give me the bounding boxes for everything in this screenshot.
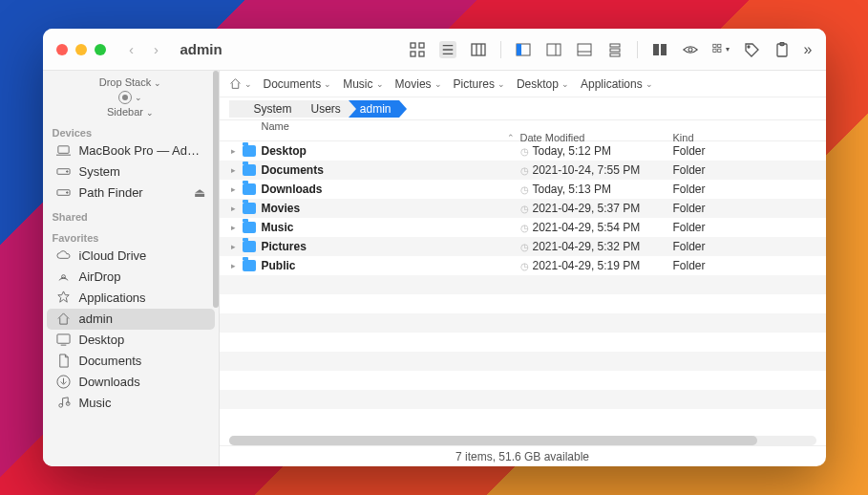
panel-bottom-icon[interactable] [576,41,593,58]
pathbar-pictures[interactable]: Pictures ⌄ [454,77,505,91]
row-date: ◷2021-04-29, 5:54 PM [520,221,673,234]
forward-button[interactable]: › [148,41,165,57]
svg-rect-29 [58,146,69,154]
view-columns-icon[interactable] [470,41,487,58]
window-title: admin [180,41,222,57]
toolbar-overflow-button[interactable]: » [804,41,813,58]
disclosure-icon[interactable]: ▸ [229,242,239,251]
panel-left-icon[interactable] [515,41,532,58]
pathbar-movies[interactable]: Movies ⌄ [395,77,442,91]
sidebar-item-label: iCloud Drive [79,248,147,263]
svg-rect-11 [517,44,521,55]
sidebar-item-pathfinder[interactable]: Path Finder ⏏ [47,183,215,204]
svg-rect-3 [419,52,424,56]
dual-pane-icon[interactable] [651,41,668,58]
sidebar-item-label: AirDrop [79,269,121,284]
row-name: Pictures [243,240,520,253]
column-headers: Name ⌃ Date Modified Kind [220,120,826,141]
record-button[interactable]: ⌄ [43,90,219,104]
pathbar-documents[interactable]: Documents ⌄ [264,77,332,91]
table-row[interactable]: ▸Public◷2021-04-29, 5:19 PMFolder [220,256,826,275]
row-date: ◷Today, 5:13 PM [520,183,673,196]
sidebar-item-label: Applications [79,291,146,305]
row-date: ◷2021-10-24, 7:55 PM [520,163,673,177]
row-date: ◷2021-04-29, 5:37 PM [520,202,673,215]
sidebar-item-label: MacBook Pro — Ad… [79,143,200,158]
sidebar-item-icloud[interactable]: iCloud Drive [47,246,215,267]
table-row[interactable]: ▸Pictures◷2021-04-29, 5:32 PMFolder [220,237,826,256]
sidebar-item-airdrop[interactable]: AirDrop [47,267,215,288]
sidebar-toggle[interactable]: Sidebar ⌄ [43,106,219,118]
table-row[interactable]: ▸Downloads◷Today, 5:13 PMFolder [220,180,826,199]
svg-rect-36 [57,334,70,343]
col-name[interactable]: Name [243,120,520,132]
panel-stack-icon[interactable] [606,41,624,58]
breadcrumb: System Users admin [220,97,826,120]
svg-rect-22 [712,44,715,47]
horizontal-scrollbar[interactable] [229,436,816,445]
disk-icon [56,185,72,201]
panel-right-icon[interactable] [545,41,562,58]
view-list-icon[interactable] [439,41,456,58]
grid-settings-icon[interactable]: ▾ [712,41,730,58]
main-panel: ⌄ Documents ⌄ Music ⌄ Movies ⌄ Pictures … [220,71,826,466]
table-row[interactable]: ▸Music◷2021-04-29, 5:54 PMFolder [220,218,826,237]
row-name: Desktop [243,144,520,158]
pathbar-desktop[interactable]: Desktop ⌄ [517,77,569,91]
disclosure-icon[interactable]: ▸ [229,223,239,232]
sidebar-item-music[interactable]: Music [47,393,215,414]
disclosure-icon[interactable]: ▸ [229,204,239,213]
clipboard-icon[interactable] [773,41,791,58]
sidebar-item-desktop[interactable]: Desktop [47,330,215,351]
table-row[interactable]: ▸Documents◷2021-10-24, 7:55 PMFolder [220,161,826,180]
svg-rect-1 [419,43,424,48]
sidebar-scrollbar[interactable] [213,71,219,308]
section-devices: Devices [43,119,219,140]
svg-rect-7 [472,44,485,55]
row-kind: Folder [673,221,797,234]
breadcrumb-system[interactable]: System [243,100,300,118]
pathbar-music[interactable]: Music ⌄ [343,77,383,91]
sidebar-item-system[interactable]: System [47,161,215,183]
status-bar: 7 items, 51.6 GB available [220,445,826,466]
sidebar-item-documents[interactable]: Documents [47,351,215,372]
pathbar-home[interactable]: ⌄ [229,77,252,90]
back-button[interactable]: ‹ [123,41,140,57]
section-shared: Shared [43,204,219,225]
tag-icon[interactable] [743,41,760,58]
sidebar-item-label: Path Finder [79,185,143,200]
row-kind: Folder [673,183,797,196]
eject-icon[interactable]: ⏏ [194,185,205,200]
sidebar-item-label: Documents [79,354,142,368]
svg-point-21 [688,48,692,52]
sidebar-item-macbook[interactable]: MacBook Pro — Ad… [47,140,215,161]
disclosure-icon[interactable]: ▸ [229,261,239,270]
sidebar-item-admin[interactable]: admin [47,309,215,330]
pathbar-applications[interactable]: Applications ⌄ [581,77,653,91]
desktop-icon [56,333,72,348]
row-kind: Folder [673,240,797,253]
svg-rect-19 [653,44,659,55]
svg-rect-18 [610,54,620,56]
row-name: Downloads [243,183,520,196]
zoom-button[interactable] [95,44,106,55]
sidebar: Drop Stack ⌄ ⌄ Sidebar ⌄ Devices MacBook… [43,71,220,466]
disclosure-icon[interactable]: ▸ [229,165,239,175]
table-row[interactable]: ▸Desktop◷Today, 5:12 PMFolder [220,141,826,161]
sidebar-item-applications[interactable]: Applications [47,288,215,309]
view-icons-icon[interactable] [409,41,426,58]
drop-stack-button[interactable]: Drop Stack ⌄ [43,76,219,88]
breadcrumb-root[interactable] [229,100,243,118]
quicklook-icon[interactable] [682,41,699,58]
svg-rect-16 [610,44,620,47]
sidebar-item-downloads[interactable]: Downloads [47,372,215,393]
disclosure-icon[interactable]: ▸ [229,184,239,194]
table-row[interactable]: ▸Movies◷2021-04-29, 5:37 PMFolder [220,199,826,218]
close-button[interactable] [56,44,68,55]
apps-icon [56,291,72,306]
row-name: Documents [243,163,520,177]
download-icon [56,375,72,390]
disclosure-icon[interactable]: ▸ [229,146,239,156]
row-kind: Folder [673,163,797,177]
minimize-button[interactable] [75,44,87,55]
